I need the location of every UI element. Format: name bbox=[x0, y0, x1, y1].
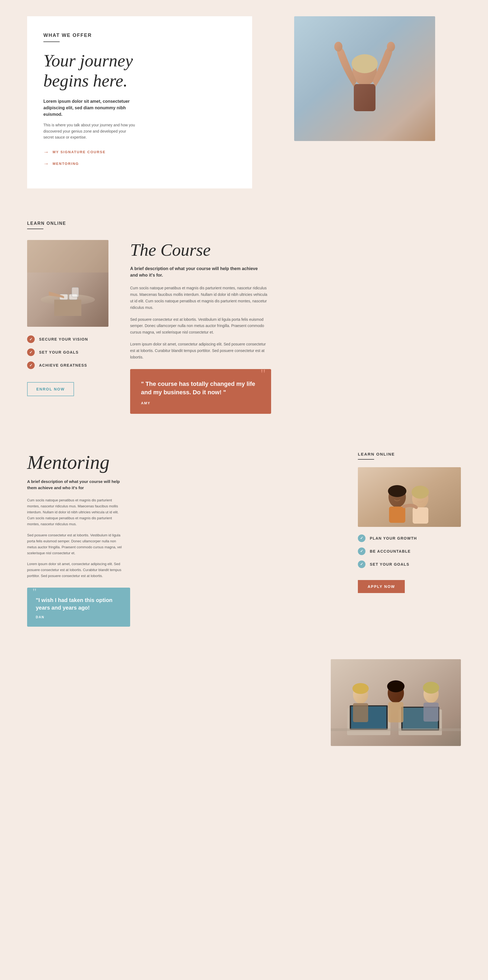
course-testimonial-box: " " The course has totally changed my li… bbox=[130, 369, 271, 414]
bottom-image bbox=[331, 659, 461, 746]
checklist-label-2: SET YOUR GOALS bbox=[39, 350, 79, 355]
checkmark-icon-1: ✓ bbox=[29, 337, 33, 342]
svg-rect-11 bbox=[72, 288, 79, 297]
testimonial-text: " The course has totally changed my life… bbox=[141, 380, 260, 397]
learn-online-label: LEARN ONLINE bbox=[27, 221, 461, 226]
hero-label-underline bbox=[43, 41, 60, 42]
course-section: LEARN ONLINE bbox=[0, 205, 488, 430]
svg-point-32 bbox=[387, 680, 404, 692]
teal-testimonial-author: DAN bbox=[36, 615, 121, 619]
mentoring-left-panel: Mentoring A brief description of what yo… bbox=[27, 452, 336, 627]
mentoring-subtitle: A brief description of what your course … bbox=[27, 479, 125, 491]
mentoring-checklist-label-1: PLAN YOUR GROWTH bbox=[370, 536, 417, 541]
mentoring-checklist-1: ✓ PLAN YOUR GROWTH bbox=[358, 535, 461, 542]
checkmark-icon-2: ✓ bbox=[29, 350, 33, 355]
svg-point-29 bbox=[353, 683, 369, 694]
course-desc-2: Sed posuere consectetur est at lobortis.… bbox=[130, 317, 271, 336]
svg-point-4 bbox=[334, 42, 342, 51]
svg-point-35 bbox=[423, 682, 439, 694]
mentoring-desc-1: Cum sociis natoque penatibus et magnis d… bbox=[27, 497, 125, 527]
mentoring-check-circle-2: ✓ bbox=[358, 547, 366, 555]
svg-rect-31 bbox=[388, 702, 404, 722]
mentoring-checklist-2: ✓ BE ACCOUNTABLE bbox=[358, 547, 461, 555]
check-circle-1: ✓ bbox=[27, 336, 35, 343]
my-signature-course-link[interactable]: → MY SIGNATURE COURSE bbox=[43, 149, 236, 155]
mentoring-right-panel: LEARN ONLINE bbox=[358, 452, 461, 593]
course-right-panel: The Course A brief description of what y… bbox=[130, 240, 461, 414]
mentoring-checkmark-2: ✓ bbox=[360, 549, 363, 554]
svg-rect-2 bbox=[354, 84, 375, 111]
hero-desc: This is where you talk about your journe… bbox=[43, 122, 135, 140]
svg-rect-8 bbox=[54, 300, 81, 316]
checklist-item-2: ✓ SET YOUR GOALS bbox=[27, 348, 108, 356]
svg-point-5 bbox=[387, 42, 395, 51]
course-subtitle: A brief description of what your course … bbox=[130, 266, 266, 278]
checklist-label-1: SECURE YOUR VISION bbox=[39, 337, 88, 341]
course-left-panel: ✓ SECURE YOUR VISION ✓ SET YOUR GOALS ✓ … bbox=[27, 240, 108, 396]
svg-rect-13 bbox=[358, 467, 461, 527]
teal-quote-icon: " bbox=[33, 586, 37, 598]
svg-rect-36 bbox=[331, 729, 461, 731]
svg-point-19 bbox=[412, 486, 429, 499]
course-title: The Course bbox=[130, 240, 461, 260]
quote-icon: " bbox=[260, 366, 266, 381]
mentoring-check-circle-3: ✓ bbox=[358, 560, 366, 568]
mentoring-desc-2: Sed posuere consectetur est at lobortis.… bbox=[27, 532, 125, 556]
hero-title-line2: begins here. bbox=[43, 71, 127, 90]
arrow-icon: → bbox=[43, 149, 49, 155]
mentoring-content: Mentoring A brief description of what yo… bbox=[27, 452, 461, 627]
mentoring-check-circle-1: ✓ bbox=[358, 535, 366, 542]
course-image bbox=[27, 240, 108, 327]
mentoring-link[interactable]: → MENTORING bbox=[43, 161, 236, 167]
checklist-item-1: ✓ SECURE YOUR VISION bbox=[27, 336, 108, 343]
mentoring-checkmark-1: ✓ bbox=[360, 536, 363, 541]
svg-rect-34 bbox=[423, 703, 439, 722]
section-label-underline bbox=[27, 229, 43, 229]
checklist-item-3: ✓ ACHIEVE GREATNESS bbox=[27, 361, 108, 369]
hero-left-panel: WHAT WE OFFER Your journey begins here. … bbox=[27, 16, 252, 188]
svg-rect-12 bbox=[27, 240, 108, 272]
course-desc-1: Cum sociis natoque penatibus et magnis d… bbox=[130, 285, 271, 311]
hero-title: Your journey begins here. bbox=[43, 51, 236, 91]
hero-image bbox=[294, 16, 435, 141]
course-desc-3: Lorem ipsum dolor sit amet, consectetur … bbox=[130, 341, 271, 360]
svg-rect-15 bbox=[389, 506, 405, 523]
bottom-image-section bbox=[0, 648, 488, 768]
mentoring-checklist-label-3: SET YOUR GOALS bbox=[370, 562, 409, 566]
mentoring-checkmark-3: ✓ bbox=[360, 562, 363, 566]
hero-label: WHAT WE OFFER bbox=[43, 33, 236, 38]
check-circle-2: ✓ bbox=[27, 348, 35, 356]
mentoring-image bbox=[358, 467, 461, 527]
course-content: ✓ SECURE YOUR VISION ✓ SET YOUR GOALS ✓ … bbox=[27, 240, 461, 414]
mentoring-section: Mentoring A brief description of what yo… bbox=[0, 430, 488, 648]
hero-right-panel bbox=[269, 16, 461, 141]
checkmark-icon-3: ✓ bbox=[29, 363, 33, 368]
svg-point-3 bbox=[351, 54, 378, 73]
mentoring-testimonial-box: " "I wish I had taken this option years … bbox=[27, 588, 130, 627]
learn-online-label-mentoring: LEARN ONLINE bbox=[358, 452, 461, 457]
mentoring-checklist-3: ✓ SET YOUR GOALS bbox=[358, 560, 461, 568]
link2-label: MENTORING bbox=[52, 162, 79, 166]
svg-rect-17 bbox=[413, 508, 428, 523]
checklist-label-3: ACHIEVE GREATNESS bbox=[39, 363, 87, 368]
link1-label: MY SIGNATURE COURSE bbox=[52, 150, 106, 154]
mentoring-checklist-label-2: BE ACCOUNTABLE bbox=[370, 549, 411, 554]
testimonial-author: AMY bbox=[141, 401, 260, 405]
hero-title-line1: Your journey bbox=[43, 51, 133, 70]
learn-online-underline bbox=[358, 459, 374, 460]
hero-desc-bold: Lorem ipsum dolor sit amet, consectetuer… bbox=[43, 98, 135, 118]
svg-point-18 bbox=[388, 485, 406, 497]
mentoring-title: Mentoring bbox=[27, 452, 336, 473]
hero-section: WHAT WE OFFER Your journey begins here. … bbox=[0, 0, 488, 205]
teal-testimonial-text: "I wish I had taken this option years an… bbox=[36, 596, 121, 611]
svg-rect-28 bbox=[353, 703, 368, 722]
check-circle-3: ✓ bbox=[27, 361, 35, 369]
arrow-icon-2: → bbox=[43, 161, 49, 167]
mentoring-desc-3: Lorem ipsum dolor sit amet, consectetur … bbox=[27, 561, 125, 579]
apply-now-button[interactable]: APPLY NOW bbox=[358, 580, 405, 593]
enrol-now-button[interactable]: ENROL NOW bbox=[27, 382, 74, 396]
